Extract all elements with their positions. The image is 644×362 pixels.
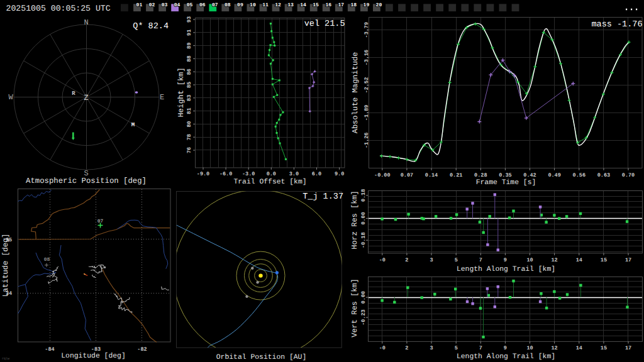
svg-text:91: 91	[186, 30, 192, 36]
svg-text:86: 86	[186, 69, 192, 75]
svg-text:6.0: 6.0	[312, 171, 321, 177]
svg-text:12: 12	[551, 257, 557, 263]
svg-text:-83: -83	[91, 346, 101, 353]
svg-text:-0: -0	[379, 345, 386, 351]
svg-text:R: R	[72, 90, 75, 97]
svg-text:Longitude [deg]: Longitude [deg]	[61, 352, 126, 360]
svg-text:Z: Z	[84, 94, 89, 102]
svg-text:89: 89	[186, 42, 192, 48]
svg-text:02: 02	[149, 3, 155, 8]
svg-text:18: 18	[350, 3, 357, 8]
svg-text:04: 04	[174, 3, 180, 8]
svg-text:0.07: 0.07	[401, 172, 413, 178]
svg-text:20: 20	[376, 3, 382, 8]
svg-text:2: 2	[405, 345, 408, 351]
svg-text:0.00: 0.00	[360, 291, 367, 304]
svg-text:7: 7	[479, 257, 482, 263]
svg-text:15: 15	[313, 3, 319, 8]
svg-text:08: 08	[225, 3, 231, 8]
svg-text:0.42: 0.42	[523, 172, 536, 178]
svg-text:2: 2	[405, 257, 408, 263]
svg-text:13: 13	[287, 3, 294, 8]
svg-text:0.00: 0.00	[360, 212, 367, 224]
svg-text:Vert Res [km]: Vert Res [km]	[350, 278, 359, 337]
svg-text:12: 12	[275, 3, 281, 8]
svg-text:14: 14	[576, 345, 582, 351]
svg-text:9.0: 9.0	[335, 171, 344, 177]
svg-text:20251005 00:05:25 UTC: 20251005 00:05:25 UTC	[6, 4, 111, 13]
svg-text:85: 85	[186, 82, 192, 88]
svg-text:10: 10	[526, 345, 533, 351]
svg-text:11: 11	[262, 3, 269, 8]
svg-text:0.14: 0.14	[425, 172, 438, 178]
svg-text:83: 83	[186, 95, 192, 101]
svg-text:0.63: 0.63	[597, 172, 610, 178]
svg-text:T_j 1.37: T_j 1.37	[303, 192, 343, 202]
svg-text:E: E	[160, 93, 164, 102]
svg-text:15: 15	[601, 257, 607, 263]
svg-text:14: 14	[300, 3, 306, 8]
svg-text:mass -1.76: mass -1.76	[591, 20, 642, 30]
svg-text:-0.00: -0.00	[374, 172, 391, 178]
svg-text:-0: -0	[379, 257, 386, 263]
svg-text:93: 93	[186, 16, 192, 23]
svg-text:12: 12	[551, 345, 557, 351]
svg-text:-6.0: -6.0	[219, 171, 232, 177]
svg-text:17: 17	[625, 345, 631, 351]
svg-text:5: 5	[455, 257, 458, 263]
svg-text:5: 5	[455, 345, 458, 351]
svg-text:80: 80	[186, 121, 192, 127]
svg-text:Horz Res [km]: Horz Res [km]	[350, 190, 359, 250]
svg-text:78: 78	[186, 134, 192, 140]
svg-text:0.56: 0.56	[573, 172, 586, 178]
svg-text:9: 9	[504, 257, 507, 263]
svg-text:15: 15	[601, 345, 607, 351]
svg-text:16: 16	[325, 3, 331, 8]
svg-text:N: N	[84, 18, 88, 27]
svg-text:76: 76	[186, 147, 192, 153]
svg-text:0.35: 0.35	[499, 172, 511, 178]
svg-text:Length Along Trail [km]: Length Along Trail [km]	[457, 265, 555, 273]
svg-text:Height [km]: Height [km]	[177, 67, 186, 117]
svg-text:Absolute Magnitude: Absolute Magnitude	[351, 52, 360, 134]
svg-text:17: 17	[625, 257, 631, 263]
svg-text:vel 21.5: vel 21.5	[304, 19, 345, 29]
svg-text:17: 17	[338, 3, 344, 8]
svg-text:-9.0: -9.0	[197, 171, 209, 177]
svg-text:07: 07	[212, 3, 218, 8]
svg-text:-0.23: -0.23	[360, 309, 367, 326]
svg-text:Latitude [deg]: Latitude [deg]	[1, 234, 10, 297]
svg-text:-82: -82	[137, 346, 147, 353]
svg-text:01: 01	[136, 3, 143, 8]
svg-text:3.0: 3.0	[289, 171, 299, 177]
svg-text:0.70: 0.70	[622, 172, 635, 178]
svg-text:0.21: 0.21	[450, 172, 462, 178]
svg-text:Q* 82.4: Q* 82.4	[133, 22, 169, 31]
svg-text:09: 09	[237, 3, 243, 8]
svg-text:W: W	[8, 93, 13, 102]
svg-text:10: 10	[250, 3, 256, 8]
svg-text:-3.0: -3.0	[242, 171, 255, 177]
svg-text:Orbital Position [AU]: Orbital Position [AU]	[216, 353, 307, 361]
svg-text:Atmospheric Position [deg]: Atmospheric Position [deg]	[26, 177, 147, 185]
svg-text:19: 19	[364, 3, 370, 8]
svg-text:10: 10	[526, 257, 533, 263]
svg-text:9: 9	[504, 345, 507, 351]
svg-text:06: 06	[199, 3, 206, 8]
svg-text:rqlw: rqlw	[2, 357, 9, 361]
svg-text:0.18: 0.18	[360, 189, 367, 202]
svg-text:88: 88	[186, 55, 192, 62]
svg-text:Length Along Trail [km]: Length Along Trail [km]	[457, 353, 555, 361]
svg-text:07: 07	[97, 219, 104, 224]
svg-text:-84: -84	[45, 346, 54, 353]
svg-text:7: 7	[479, 345, 482, 351]
svg-text:0.49: 0.49	[548, 172, 560, 178]
svg-text:Trail Offset [km]: Trail Offset [km]	[233, 178, 306, 186]
svg-text:-0.18: -0.18	[360, 232, 367, 248]
svg-text:0.28: 0.28	[474, 172, 487, 178]
svg-text:3: 3	[430, 345, 433, 351]
svg-text:3: 3	[430, 257, 433, 263]
svg-text:05: 05	[187, 3, 193, 8]
svg-text:14: 14	[576, 257, 582, 263]
svg-text:M: M	[131, 122, 135, 128]
